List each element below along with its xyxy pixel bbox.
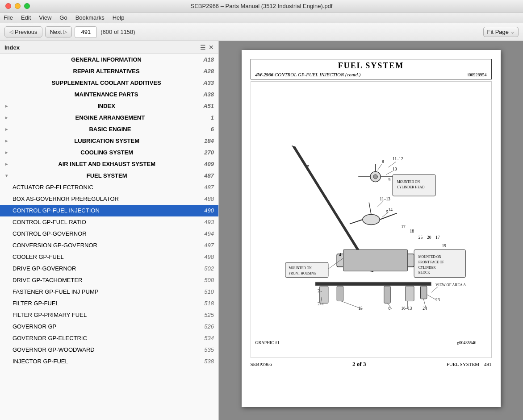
next-button[interactable]: Next ▷ bbox=[45, 26, 72, 37]
index-item-3[interactable]: ▸MAINTENANCE PARTSA38 bbox=[0, 89, 218, 100]
footer-doc-id: SEBP2966 bbox=[251, 362, 272, 367]
svg-text:5: 5 bbox=[386, 209, 388, 214]
menu-view[interactable]: View bbox=[39, 14, 51, 21]
chevron-down-icon: ⌄ bbox=[510, 29, 515, 35]
index-item-23[interactable]: GOVERNOR GP526 bbox=[0, 321, 218, 333]
svg-text:15: 15 bbox=[358, 306, 363, 311]
fit-page-select[interactable]: Fit Page ⌄ bbox=[483, 27, 519, 37]
index-item-11[interactable]: ACTUATOR GP-ELECTRONIC487 bbox=[0, 182, 218, 193]
index-item-26[interactable]: INJECTOR GP-FUEL538 bbox=[0, 356, 218, 367]
item-page: 534 bbox=[204, 335, 214, 341]
item-label: ENGINE ARRANGEMENT bbox=[75, 114, 145, 121]
svg-text:14: 14 bbox=[388, 207, 393, 212]
index-item-4[interactable]: ▸INDEXA51 bbox=[0, 100, 218, 112]
prev-button[interactable]: ◁ Previous bbox=[4, 26, 42, 37]
titlebar: SEBP2966 – Parts Manual (3512 Industrial… bbox=[0, 0, 523, 12]
index-item-18[interactable]: DRIVE GP-GOVERNOR502 bbox=[0, 263, 218, 274]
index-item-8[interactable]: ▸COOLING SYSTEM270 bbox=[0, 147, 218, 158]
page-number-input[interactable]: 491 bbox=[75, 26, 97, 38]
svg-text:16–13: 16–13 bbox=[401, 306, 412, 311]
index-item-0[interactable]: ▸GENERAL INFORMATIONA18 bbox=[0, 54, 218, 66]
item-label: GOVERNOR GP-WOODWARD bbox=[13, 346, 95, 353]
sidebar: Index ☰ ✕ ▸GENERAL INFORMATIONA18▸REPAIR… bbox=[0, 41, 219, 420]
drawing-area: 7 8 11–12 10 bbox=[251, 81, 492, 358]
svg-text:20: 20 bbox=[427, 235, 431, 240]
item-label: ACTUATOR GP-ELECTRONIC bbox=[13, 184, 93, 191]
svg-text:8: 8 bbox=[382, 159, 384, 164]
pdf-page: FUEL SYSTEM 4W-2966 CONTROL GP-FUEL INJE… bbox=[242, 50, 501, 407]
svg-text:FRONT HOUSING: FRONT HOUSING bbox=[289, 271, 316, 275]
menubar: File Edit View Go Bookmarks Help bbox=[0, 12, 523, 23]
sidebar-header: Index ☰ ✕ bbox=[0, 41, 218, 54]
menu-edit[interactable]: Edit bbox=[21, 14, 31, 21]
index-item-19[interactable]: DRIVE GP-TACHOMETER508 bbox=[0, 274, 218, 286]
index-item-1[interactable]: ▸REPAIR ALTERNATIVESA28 bbox=[0, 66, 218, 77]
item-page: 518 bbox=[204, 300, 214, 307]
item-label: FUEL SYSTEM bbox=[87, 172, 127, 179]
svg-text:GRAPHIC #1: GRAPHIC #1 bbox=[255, 340, 279, 345]
svg-rect-63 bbox=[384, 286, 390, 303]
item-page: 535 bbox=[204, 346, 214, 353]
svg-text:4: 4 bbox=[339, 252, 341, 257]
index-item-22[interactable]: FILTER GP-PRIMARY FUEL525 bbox=[0, 309, 218, 321]
index-item-13[interactable]: CONTROL GP-FUEL INJECTION490 bbox=[0, 205, 218, 216]
maximize-button[interactable] bbox=[24, 3, 30, 9]
sidebar-close-icon[interactable]: ✕ bbox=[209, 44, 214, 51]
index-item-14[interactable]: CONTROL GP-FUEL RATIO493 bbox=[0, 216, 218, 228]
index-item-15[interactable]: CONTROL GP-GOVERNOR494 bbox=[0, 228, 218, 240]
item-label: FASTENER GP-FUEL INJ PUMP bbox=[13, 288, 98, 295]
item-page: A33 bbox=[203, 79, 214, 86]
index-item-2[interactable]: ▸SUPPLEMENTAL COOLANT ADDITIVESA33 bbox=[0, 77, 218, 89]
svg-text:CYLINDER: CYLINDER bbox=[418, 266, 436, 270]
svg-text:11–13: 11–13 bbox=[380, 196, 390, 201]
index-item-5[interactable]: ▸ENGINE ARRANGEMENT1 bbox=[0, 112, 218, 124]
page-footer: SEBP2966 2 of 3 FUEL SYSTEM 491 bbox=[251, 361, 492, 368]
svg-text:6: 6 bbox=[388, 306, 390, 311]
item-label: COOLER GP-FUEL bbox=[13, 254, 64, 260]
item-label: GOVERNOR GP bbox=[13, 323, 56, 330]
svg-text:17: 17 bbox=[435, 235, 440, 240]
page-title: FUEL SYSTEM bbox=[255, 61, 487, 71]
chevron-icon: ▸ bbox=[5, 115, 8, 120]
sidebar-filter-icon[interactable]: ☰ bbox=[200, 44, 206, 51]
index-item-25[interactable]: GOVERNOR GP-WOODWARD535 bbox=[0, 344, 218, 356]
index-item-7[interactable]: ▸LUBRICATION SYSTEM184 bbox=[0, 135, 218, 147]
menu-go[interactable]: Go bbox=[59, 14, 67, 21]
minimize-button[interactable] bbox=[15, 3, 21, 9]
index-item-17[interactable]: COOLER GP-FUEL498 bbox=[0, 251, 218, 263]
svg-rect-65 bbox=[420, 286, 427, 299]
svg-text:FRONT FACE OF: FRONT FACE OF bbox=[418, 260, 444, 264]
footer-section-page: FUEL SYSTEM 491 bbox=[447, 362, 492, 367]
index-list: ▸GENERAL INFORMATIONA18▸REPAIR ALTERNATI… bbox=[0, 54, 218, 420]
close-button[interactable] bbox=[5, 3, 11, 9]
fit-page-label: Fit Page bbox=[487, 29, 509, 35]
index-item-10[interactable]: ▾FUEL SYSTEM487 bbox=[0, 170, 218, 182]
index-item-20[interactable]: FASTENER GP-FUEL INJ PUMP510 bbox=[0, 286, 218, 298]
index-item-6[interactable]: ▸BASIC ENGINE6 bbox=[0, 124, 218, 135]
item-page: 538 bbox=[204, 358, 214, 365]
item-page: A38 bbox=[203, 91, 214, 98]
menu-help[interactable]: Help bbox=[113, 14, 125, 21]
item-page: 508 bbox=[204, 277, 214, 283]
svg-text:25: 25 bbox=[418, 235, 423, 240]
svg-rect-62 bbox=[337, 286, 343, 301]
item-page: A18 bbox=[203, 56, 214, 63]
index-item-24[interactable]: GOVERNOR GP-ELECTRIC534 bbox=[0, 333, 218, 344]
item-page: 488 bbox=[204, 195, 214, 202]
index-item-12[interactable]: BOX AS-GOVERNOR PREREGULATOR488 bbox=[0, 193, 218, 205]
svg-rect-64 bbox=[405, 286, 414, 301]
svg-text:BLOCK: BLOCK bbox=[418, 270, 430, 274]
item-page: A28 bbox=[203, 68, 214, 75]
menu-file[interactable]: File bbox=[4, 14, 13, 21]
item-label: SUPPLEMENTAL COOLANT ADDITIVES bbox=[51, 79, 161, 86]
page-subtitle-right: i00928954 bbox=[468, 72, 487, 77]
index-item-16[interactable]: CONVERSION GP-GOVERNOR497 bbox=[0, 240, 218, 251]
index-item-21[interactable]: FILTER GP-FUEL518 bbox=[0, 298, 218, 309]
menu-bookmarks[interactable]: Bookmarks bbox=[75, 14, 105, 21]
svg-text:18: 18 bbox=[410, 229, 414, 233]
svg-rect-61 bbox=[319, 286, 328, 303]
svg-text:VIEW OF AREA A: VIEW OF AREA A bbox=[435, 283, 466, 287]
svg-rect-45 bbox=[343, 250, 407, 271]
footer-section-page-num: 491 bbox=[484, 362, 492, 367]
index-item-9[interactable]: ▸AIR INLET AND EXHAUST SYSTEM409 bbox=[0, 158, 218, 170]
